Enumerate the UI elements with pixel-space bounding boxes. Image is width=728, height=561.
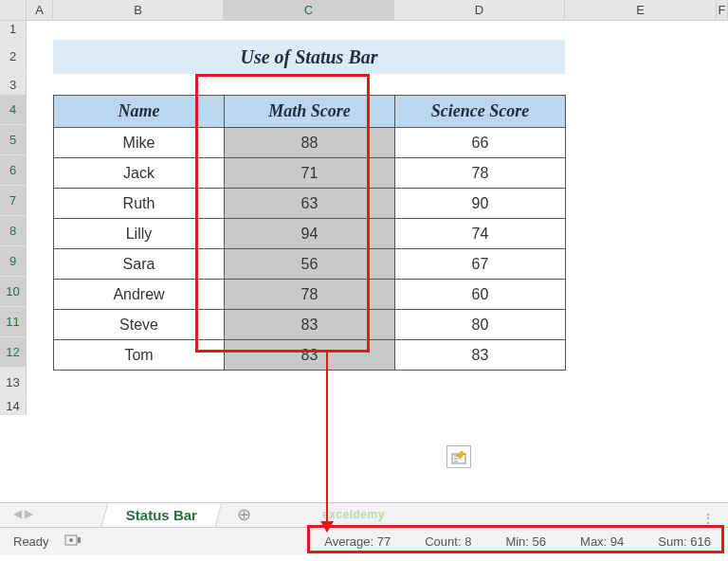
table-cell[interactable]: 83 (225, 310, 395, 340)
annotation-arrow (326, 353, 328, 525)
table-cell[interactable]: Sara (54, 249, 225, 280)
table-cell[interactable]: 56 (225, 249, 395, 280)
sheet-tab-label: Status Bar (126, 507, 197, 523)
table-cell[interactable]: 66 (395, 128, 566, 158)
page-title: Use of Status Bar (53, 40, 565, 74)
table-cell[interactable]: 83 (395, 340, 566, 371)
tab-options-icon[interactable]: ⋮ (701, 511, 717, 526)
row-head-12[interactable]: 12 (0, 337, 27, 368)
svg-rect-3 (78, 537, 81, 543)
table-cell[interactable]: 71 (225, 158, 395, 189)
row-head-14[interactable]: 14 (0, 398, 27, 415)
table-cell[interactable]: Tom (54, 340, 225, 371)
row-head-9[interactable]: 9 (0, 246, 27, 277)
table-cell[interactable]: 90 (395, 189, 566, 219)
status-sum: Sum: 616 (658, 534, 711, 549)
row-head-11[interactable]: 11 (0, 307, 27, 337)
status-average: Average: 77 (324, 534, 391, 549)
table-cell[interactable]: 60 (395, 280, 566, 310)
row-head-13[interactable]: 13 (0, 368, 27, 398)
table-cell[interactable]: 78 (395, 158, 566, 189)
row-head-10[interactable]: 10 (0, 277, 27, 307)
col-head-B[interactable]: B (53, 0, 224, 20)
col-head-C[interactable]: C (224, 0, 394, 20)
row-head-4[interactable]: 4 (0, 95, 27, 125)
row-head-7[interactable]: 7 (0, 186, 27, 216)
table-cell[interactable]: Lilly (54, 219, 225, 249)
status-bar: Ready Average: 77 Count: 8 Min: 56 Max: … (0, 527, 728, 555)
row-header-col: 1 2 3 4 5 6 7 8 9 10 11 12 13 14 (0, 21, 27, 502)
table-cell[interactable]: 78 (225, 280, 395, 310)
svg-point-2 (69, 538, 73, 542)
table-cell[interactable]: 83 (225, 340, 395, 371)
col-head-A[interactable]: A (27, 0, 53, 20)
row-head-1[interactable]: 1 (0, 21, 27, 38)
table-cell[interactable]: 80 (395, 310, 566, 340)
new-sheet-button[interactable]: ⊕ (232, 503, 255, 526)
row-head-6[interactable]: 6 (0, 155, 27, 186)
th-name[interactable]: Name (54, 96, 225, 128)
col-head-D[interactable]: D (394, 0, 565, 20)
macro-record-icon[interactable] (64, 534, 82, 550)
table-cell[interactable]: Jack (54, 158, 225, 189)
watermark: exceldemy (322, 508, 385, 521)
row-head-5[interactable]: 5 (0, 125, 27, 155)
status-min: Min: 56 (505, 534, 546, 549)
table-cell[interactable]: Andrew (54, 280, 225, 310)
tab-nav-arrows[interactable]: ◀ ▶ (13, 507, 33, 520)
quick-analysis-button[interactable] (446, 445, 471, 468)
annotation-arrow-head (320, 521, 334, 533)
table-cell[interactable]: 67 (395, 249, 566, 280)
row-head-2[interactable]: 2 (0, 38, 27, 76)
table-cell[interactable]: 94 (225, 219, 395, 249)
col-head-E[interactable]: E (565, 0, 717, 20)
column-header-row: A B C D E F (0, 0, 728, 21)
th-science[interactable]: Science Score (395, 96, 566, 128)
table-cell[interactable]: 74 (395, 219, 566, 249)
row-head-8[interactable]: 8 (0, 216, 27, 246)
quick-analysis-icon (451, 449, 466, 464)
status-max: Max: 94 (580, 534, 624, 549)
select-all-corner[interactable] (0, 0, 27, 20)
table-cell[interactable]: Mike (54, 128, 225, 158)
table-cell[interactable]: Steve (54, 310, 225, 340)
table-cell[interactable]: 63 (225, 189, 395, 219)
table-cell[interactable]: 88 (225, 128, 395, 158)
table-cell[interactable]: Ruth (54, 189, 225, 219)
status-ready: Ready (13, 534, 49, 549)
th-math[interactable]: Math Score (225, 96, 395, 128)
row-head-3[interactable]: 3 (0, 76, 27, 95)
worksheet-cells[interactable]: Use of Status Bar Name Math Score Scienc… (27, 21, 728, 502)
col-head-F[interactable]: F (717, 0, 728, 20)
status-count: Count: 8 (425, 534, 471, 549)
score-table: Name Math Score Science Score Mike8866 J… (53, 95, 566, 371)
sheet-tab-active[interactable]: Status Bar (101, 502, 223, 527)
